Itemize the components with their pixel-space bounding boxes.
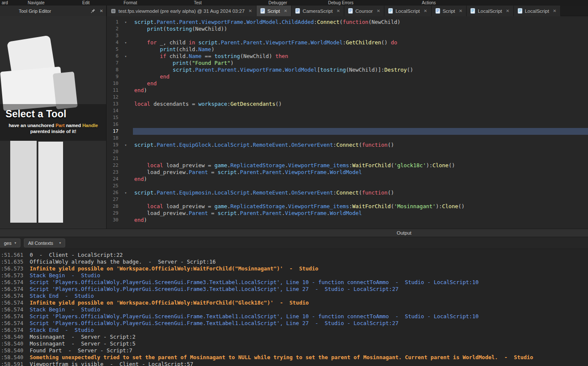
log-line-stack[interactable]: :56.573 Stack Begin - Studio <box>0 272 588 279</box>
tab-localscript[interactable]: LocalScript✕ <box>467 6 513 16</box>
fold-gutter <box>118 203 133 210</box>
fold-arrow-icon[interactable]: ▾ <box>118 53 133 60</box>
code-line[interactable]: 6▾ if child.Name == tostring(NewChild) t… <box>107 53 588 60</box>
close-tab-icon[interactable]: ✕ <box>459 9 462 13</box>
code-line[interactable]: 23 load_preview.Parent = script.Parent.P… <box>107 169 588 176</box>
code-line[interactable]: 24end) <box>107 176 588 183</box>
log-line-info[interactable]: :58.591 Viewportfram is visible - Client… <box>0 361 588 366</box>
code-line[interactable]: 1▾script.Parent.Parent.ViewportFrame.Wor… <box>107 19 588 26</box>
close-tab-icon[interactable]: ✕ <box>337 9 340 13</box>
tab-camerascript[interactable]: CameraScript✕ <box>291 6 344 16</box>
code-line[interactable]: 28 local load_preview = game.ReplicatedS… <box>107 203 588 210</box>
line-number: 1 <box>107 19 118 26</box>
code-line[interactable]: 18 <box>107 135 588 142</box>
code-line[interactable]: 20 <box>107 148 588 155</box>
context-filter-dropdown[interactable]: All Contexts ▾ <box>24 238 65 247</box>
fold-arrow-icon[interactable]: ▾ <box>118 39 133 46</box>
log-line-info[interactable]: :58.540 Mosinnagant - Server - Script:5 <box>0 340 588 347</box>
code-line[interactable]: 29 load_preview.Parent = script.Parent.P… <box>107 210 588 217</box>
log-line-stack[interactable]: :56.574 Stack Begin - Studio <box>0 306 588 313</box>
tab-script[interactable]: Script✕ <box>257 6 292 16</box>
code-line[interactable]: 2 print(tostring(NewChild)) <box>107 26 588 32</box>
log-line-stack[interactable]: :56.574 Script 'Players.OfficialWoly.Pla… <box>0 313 588 320</box>
code-line[interactable]: 14 <box>107 107 588 114</box>
log-line-warn[interactable]: :56.573 Infinite yield possible on 'Work… <box>0 265 588 272</box>
log-message: Script 'Players.OfficialWoly.PlayerGui.S… <box>23 313 479 320</box>
close-tab-icon[interactable]: ✕ <box>506 9 509 13</box>
code-text: script.Parent.EquipGlock.LocalScript.Rem… <box>133 142 588 148</box>
tab-localscript[interactable]: LocalScript✕ <box>514 6 561 16</box>
code-line[interactable]: 27 <box>107 196 588 203</box>
log-line-info[interactable]: :51.561 0 - Client - LocalScript:22 <box>0 252 588 259</box>
log-line-info[interactable]: :58.540 Mosinnagant - Server - Script:2 <box>0 334 588 340</box>
code-line[interactable]: 21 <box>107 155 588 162</box>
panel-title: Tool Grip Editor <box>19 9 89 14</box>
close-tab-icon[interactable]: ✕ <box>553 9 556 13</box>
code-editor[interactable]: 1▾script.Parent.Parent.ViewportFrame.Wor… <box>107 16 588 229</box>
code-line[interactable]: 4▾ for _, child in script.Parent.Parent.… <box>107 39 588 46</box>
unpin-icon[interactable] <box>89 9 97 13</box>
code-line[interactable]: 13local descendants = workspace:GetDesce… <box>107 101 588 107</box>
line-number: 28 <box>107 203 118 210</box>
menu-item-test[interactable]: Test <box>194 0 202 6</box>
code-line[interactable]: 3 <box>107 32 588 39</box>
code-line[interactable]: 7 print("Found Part") <box>107 60 588 67</box>
line-number: 14 <box>107 107 118 114</box>
log-line-stack[interactable]: :56.574 Stack End - Studio <box>0 293 588 299</box>
code-line[interactable]: 15 <box>107 114 588 121</box>
close-panel-icon[interactable]: ✕ <box>98 9 105 13</box>
log-timestamp: :58.540 <box>1 334 23 340</box>
fold-arrow-icon[interactable]: ▾ <box>118 19 133 26</box>
code-line[interactable]: 10 end <box>107 80 588 87</box>
code-line[interactable]: 5 print(child.Name) <box>107 46 588 53</box>
code-line-current[interactable]: 17 <box>107 128 588 135</box>
log-message: 0 - Client - LocalScript:22 <box>23 252 123 258</box>
menu-item-debug-errors[interactable]: Debug Errors <box>328 0 353 6</box>
menu-item-ard[interactable]: ard <box>2 0 8 6</box>
fold-arrow-icon[interactable]: ▾ <box>118 189 133 196</box>
code-line[interactable]: 30end) <box>107 217 588 224</box>
line-number: 7 <box>107 60 118 67</box>
log-message: Infinite yield possible on 'Workspace.Of… <box>23 299 309 306</box>
log-line-stack[interactable]: :56.574 Stack End - Studio <box>0 327 588 334</box>
code-line[interactable]: 11end) <box>107 87 588 94</box>
code-line[interactable]: 22 local load_preview = game.ReplicatedS… <box>107 162 588 169</box>
close-tab-icon[interactable]: ✕ <box>248 9 252 13</box>
code-line[interactable]: 19▾script.Parent.EquipGlock.LocalScript.… <box>107 142 588 148</box>
line-number: 25 <box>107 183 118 189</box>
menu-item-edit[interactable]: Edit <box>82 0 89 6</box>
log-line-info[interactable]: :51.635 OfficialWoly already has the bad… <box>0 259 588 265</box>
line-number: 16 <box>107 121 118 128</box>
tab-localscript[interactable]: LocalScript✕ <box>384 6 431 16</box>
message-filter-dropdown[interactable]: ges ▾ <box>0 238 20 247</box>
menu-item-actions[interactable]: Actions <box>422 0 436 6</box>
close-tab-icon[interactable]: ✕ <box>284 9 287 13</box>
menu-item-navigate[interactable]: Navigate <box>28 0 44 6</box>
tab-script[interactable]: Script✕ <box>432 6 467 16</box>
code-text <box>133 32 588 39</box>
log-line-info[interactable]: :58.540 Found Part - Server - Script:7 <box>0 347 588 354</box>
tab-label: LocalScript <box>525 9 549 14</box>
line-number: 17 <box>107 128 118 135</box>
code-line[interactable]: 25 <box>107 183 588 189</box>
log-line-stack[interactable]: :56.574 Script 'Players.OfficialWoly.Pla… <box>0 286 588 293</box>
close-tab-icon[interactable]: ✕ <box>424 9 427 13</box>
code-line[interactable]: 9 end <box>107 73 588 80</box>
menu-item-debugger[interactable]: Debugger <box>268 0 287 6</box>
line-number: 21 <box>107 155 118 162</box>
code-line[interactable]: 26▾script.Parent.Equipmosin.LocalScript.… <box>107 189 588 196</box>
log-line-stack[interactable]: :56.574 Script 'Players.OfficialWoly.Pla… <box>0 279 588 286</box>
code-line[interactable]: 12 <box>107 94 588 101</box>
menu-item-format[interactable]: Format <box>124 0 137 6</box>
log-timestamp: :58.540 <box>1 354 23 360</box>
tab-coursor[interactable]: Coursor✕ <box>344 6 384 16</box>
log-line-warn[interactable]: :58.540 Something unexpectedly tried to … <box>0 354 588 361</box>
fold-arrow-icon[interactable]: ▾ <box>118 142 133 148</box>
log-timestamp: :56.574 <box>1 313 23 320</box>
close-tab-icon[interactable]: ✕ <box>377 9 380 13</box>
log-line-warn[interactable]: :56.574 Infinite yield possible on 'Work… <box>0 299 588 306</box>
code-line[interactable]: 16 <box>107 121 588 128</box>
code-line[interactable]: 8 script.Parent.Parent.ViewportFrame.Wor… <box>107 67 588 73</box>
tab-test-fps-viewmodel-pre-early-a[interactable]: test.fps.viewmodel (pre early alpha) @ 3… <box>107 6 257 16</box>
log-line-stack[interactable]: :56.574 Script 'Players.OfficialWoly.Pla… <box>0 320 588 327</box>
